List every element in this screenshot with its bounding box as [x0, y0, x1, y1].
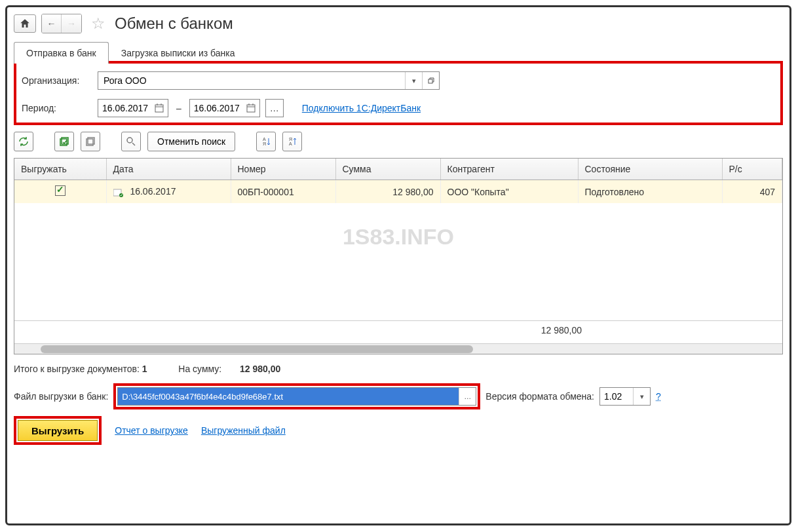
tab-load-statement[interactable]: Загрузка выписки из банка — [109, 42, 248, 64]
row-checkbox[interactable] — [55, 185, 66, 196]
document-icon — [113, 188, 124, 197]
export-button[interactable]: Выгрузить — [18, 420, 98, 441]
home-button[interactable] — [14, 14, 36, 33]
date-separator: – — [176, 103, 181, 113]
export-file-input[interactable] — [118, 388, 459, 405]
version-dropdown-button[interactable]: ▾ — [633, 388, 650, 405]
th-account[interactable]: Р/с — [722, 159, 782, 180]
page-title: Обмен с банком — [115, 14, 233, 33]
date-from-input[interactable] — [102, 103, 153, 113]
th-export[interactable]: Выгружать — [14, 159, 106, 180]
svg-text:Я: Я — [289, 137, 292, 142]
sort-asc-button[interactable]: AЯ — [256, 132, 276, 151]
refresh-button[interactable] — [14, 132, 33, 151]
highlight-file: … — [113, 383, 480, 409]
th-sum[interactable]: Сумма — [335, 159, 440, 180]
summary-sum-label: На сумму: — [178, 364, 221, 374]
version-input[interactable] — [600, 388, 633, 405]
select-all-button[interactable] — [54, 132, 74, 151]
svg-rect-5 — [247, 105, 255, 112]
th-number[interactable]: Номер — [231, 159, 335, 180]
action-row: Выгрузить Отчет о выгрузке Выгруженный ф… — [14, 416, 783, 445]
svg-text:A: A — [289, 142, 292, 146]
highlight-export: Выгрузить — [14, 416, 102, 445]
org-dropdown-button[interactable]: ▾ — [405, 72, 422, 89]
toolbar: Отменить поиск AЯ ЯA — [14, 132, 783, 151]
date-to-input[interactable] — [194, 103, 245, 113]
date-to-group — [189, 99, 260, 117]
file-label: Файл выгрузки в банк: — [14, 391, 108, 402]
cell-account: 407 — [722, 180, 782, 204]
org-input[interactable] — [98, 72, 405, 89]
org-input-group: ▾ — [98, 71, 440, 90]
cell-date: 16.06.2017 — [130, 186, 176, 197]
cell-sum: 12 980,00 — [335, 180, 440, 204]
period-label: Период: — [22, 103, 92, 113]
version-label: Версия формата обмена: — [485, 391, 594, 402]
watermark: 1S83.INFO — [343, 224, 454, 250]
export-report-link[interactable]: Отчет о выгрузке — [115, 425, 188, 436]
th-counterparty[interactable]: Контрагент — [440, 159, 578, 180]
exported-file-link[interactable]: Выгруженный файл — [201, 425, 286, 436]
svg-text:A: A — [263, 137, 266, 142]
file-browse-button[interactable]: … — [459, 388, 476, 405]
footer-sum: 12 980,00 — [182, 325, 615, 335]
summary-row: Итого к выгрузке документов: 1 На сумму:… — [14, 364, 783, 374]
table-row[interactable]: 16.06.2017 00БП-000001 12 980,00 ООО "Ко… — [14, 180, 782, 204]
svg-rect-1 — [155, 105, 163, 112]
period-picker-button[interactable]: … — [265, 99, 284, 117]
calendar-icon[interactable] — [155, 104, 164, 113]
h-scroll-thumb[interactable] — [41, 345, 473, 353]
svg-text:Я: Я — [263, 142, 266, 146]
date-from-group — [98, 99, 168, 117]
nav-back-forward: ← → — [41, 14, 82, 33]
connect-directbank-link[interactable]: Подключить 1С:ДиректБанк — [302, 103, 421, 113]
highlight-filters: Организация: ▾ Период: – — [14, 61, 783, 125]
summary-docs-count: 1 — [142, 364, 147, 374]
summary-sum-value: 12 980,00 — [240, 364, 280, 374]
back-button[interactable]: ← — [42, 14, 62, 33]
summary-docs-label: Итого к выгрузке документов: — [14, 364, 140, 374]
documents-table: Выгружать Дата Номер Сумма Контрагент Со… — [14, 159, 782, 203]
table-wrap: Выгружать Дата Номер Сумма Контрагент Со… — [14, 158, 783, 354]
version-select: ▾ — [599, 387, 651, 406]
th-date[interactable]: Дата — [106, 159, 231, 180]
tabs: Отправка в банк Загрузка выписки из банк… — [14, 41, 783, 64]
cell-state: Подготовлено — [578, 180, 722, 204]
forward-button: → — [62, 14, 81, 33]
cancel-search-button[interactable]: Отменить поиск — [147, 132, 235, 151]
cell-number: 00БП-000001 — [231, 180, 335, 204]
cell-counterparty: ООО "Копыта" — [440, 180, 578, 204]
help-link[interactable]: ? — [656, 391, 661, 402]
search-button[interactable] — [121, 132, 141, 151]
calendar-icon[interactable] — [246, 104, 256, 113]
svg-line-14 — [132, 143, 135, 145]
h-scrollbar[interactable] — [14, 343, 782, 354]
deselect-all-button[interactable] — [81, 132, 100, 151]
svg-point-13 — [127, 138, 132, 143]
file-row: Файл выгрузки в банк: … Версия формата о… — [14, 383, 783, 409]
favorite-icon[interactable]: ☆ — [91, 14, 105, 33]
sort-desc-button[interactable]: ЯA — [282, 132, 302, 151]
svg-rect-0 — [428, 79, 432, 83]
org-open-button[interactable] — [422, 72, 439, 89]
th-state[interactable]: Состояние — [578, 159, 722, 180]
org-label: Организация: — [22, 75, 92, 86]
table-footer: 12 980,00 — [14, 320, 782, 339]
tab-send-to-bank[interactable]: Отправка в банк — [14, 42, 109, 64]
